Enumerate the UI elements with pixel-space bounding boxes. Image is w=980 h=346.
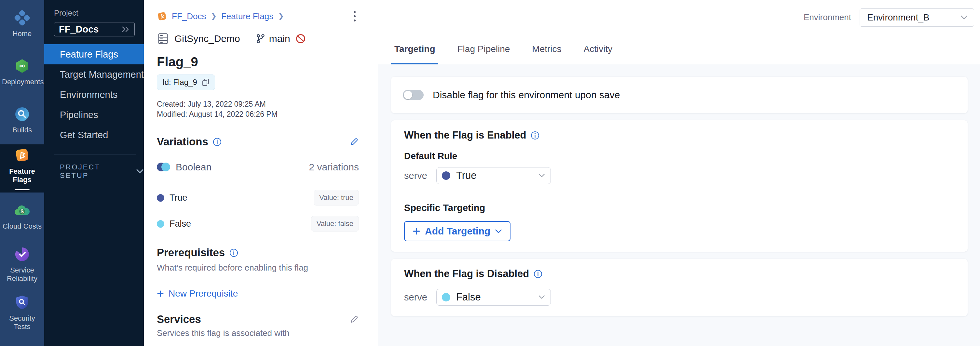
serve-label: serve bbox=[404, 170, 427, 181]
feature-flags-icon bbox=[14, 147, 30, 163]
tab-metrics[interactable]: Metrics bbox=[529, 35, 565, 64]
flag-disabled-title: When the Flag is Disabled bbox=[404, 268, 529, 280]
variation-false-dot bbox=[157, 220, 164, 228]
disabled-variation-select[interactable]: False bbox=[436, 289, 551, 306]
sidebar-item-feature-flags[interactable]: Feature Flags bbox=[44, 44, 144, 64]
tab-activity[interactable]: Activity bbox=[581, 35, 616, 64]
project-menu: Feature Flags Target Management Environm… bbox=[44, 44, 144, 145]
gitsync-repo-name[interactable]: GitSync_Demo bbox=[174, 33, 240, 44]
default-rule-serve-row: serve True bbox=[404, 167, 955, 184]
git-branch-icon bbox=[256, 34, 265, 44]
boolean-type-icon bbox=[157, 163, 170, 172]
project-sidebar: Project FF_Docs Feature Flags Target Man… bbox=[44, 0, 144, 346]
disable-flag-toggle-label: Disable flag for this environment upon s… bbox=[433, 89, 620, 100]
sidebar-item-get-started[interactable]: Get Started bbox=[44, 125, 144, 145]
double-chevron-icon bbox=[121, 26, 130, 33]
variation-value-badge: Value: false bbox=[311, 216, 359, 232]
serve-label: serve bbox=[404, 292, 427, 303]
targeting-tab-content: Disable flag for this environment upon s… bbox=[378, 64, 980, 346]
divider bbox=[248, 33, 248, 44]
flag-enabled-card: When the Flag is Enabled Default Rule se… bbox=[391, 120, 968, 252]
nav-item-builds[interactable]: Builds bbox=[0, 96, 44, 144]
disable-flag-toggle[interactable] bbox=[403, 90, 424, 100]
new-prerequisite-button[interactable]: New Prerequisite bbox=[157, 289, 238, 299]
project-label: Project bbox=[54, 8, 144, 17]
nav-label: Deployments bbox=[2, 78, 42, 86]
sidebar-item-target-management[interactable]: Target Management bbox=[44, 64, 144, 84]
variation-true-dot bbox=[442, 171, 450, 180]
nav-item-deployments[interactable]: ∞ Deployments bbox=[0, 48, 44, 96]
variation-true-dot bbox=[157, 194, 164, 202]
environment-select[interactable]: Environment_B bbox=[860, 8, 974, 27]
svg-text:$: $ bbox=[21, 208, 24, 214]
default-rule-variation-select[interactable]: True bbox=[436, 167, 551, 184]
selected-variation: True bbox=[456, 170, 538, 181]
nav-item-security-tests[interactable]: Security Tests bbox=[0, 289, 44, 337]
environment-label: Environment bbox=[803, 12, 851, 22]
nav-label: Home bbox=[2, 30, 42, 38]
nav-item-cloud-costs[interactable]: $ Cloud Costs bbox=[0, 192, 44, 241]
nav-item-home[interactable]: Home bbox=[0, 0, 44, 48]
divider bbox=[404, 194, 955, 194]
info-icon[interactable] bbox=[213, 138, 221, 146]
info-icon[interactable] bbox=[229, 248, 238, 257]
copy-icon[interactable] bbox=[202, 78, 210, 87]
nav-item-feature-flags[interactable]: Feature Flags bbox=[0, 144, 44, 192]
sidebar-item-environments[interactable]: Environments bbox=[44, 84, 144, 105]
variations-title: Variations bbox=[157, 136, 208, 148]
prerequisites-description: What’s required before enabling this fla… bbox=[157, 263, 359, 273]
new-prerequisite-label: New Prerequisite bbox=[169, 289, 238, 299]
project-setup-toggle[interactable]: PROJECT SETUP bbox=[44, 163, 144, 180]
home-icon bbox=[14, 10, 30, 26]
breadcrumb: FF_Docs ❯ Feature Flags ❯ bbox=[157, 11, 359, 21]
default-rule-label: Default Rule bbox=[404, 151, 955, 161]
variation-row-false: False Value: false bbox=[157, 215, 359, 232]
security-tests-icon bbox=[14, 295, 30, 310]
gitsync-row: GitSync_Demo main bbox=[157, 33, 359, 45]
nav-item-service-reliability[interactable]: Service Reliability bbox=[0, 241, 44, 289]
flag-id-badge[interactable]: Id: Flag_9 bbox=[157, 75, 215, 90]
info-icon[interactable] bbox=[531, 131, 539, 140]
nav-label: Cloud Costs bbox=[2, 222, 42, 230]
gitsync-branch-name[interactable]: main bbox=[269, 33, 290, 44]
module-nav-rail: Home ∞ Deployments Builds Feature Flags … bbox=[0, 0, 44, 346]
breadcrumb-project-link[interactable]: FF_Docs bbox=[172, 11, 206, 21]
chevron-down-icon bbox=[538, 173, 545, 178]
variation-value-badge: Value: true bbox=[313, 190, 359, 206]
flag-tabs: Targeting Flag Pipeline Metrics Activity bbox=[378, 35, 980, 64]
variation-false-dot bbox=[442, 293, 450, 302]
edit-services-pencil-icon[interactable] bbox=[349, 314, 359, 324]
edit-variations-pencil-icon[interactable] bbox=[349, 137, 359, 147]
flag-enabled-title: When the Flag is Enabled bbox=[404, 129, 526, 141]
tab-flag-pipeline[interactable]: Flag Pipeline bbox=[454, 35, 513, 64]
info-icon[interactable] bbox=[534, 270, 542, 278]
tab-targeting[interactable]: Targeting bbox=[391, 35, 438, 64]
project-selector[interactable]: FF_Docs bbox=[54, 22, 135, 37]
breadcrumb-feature-flags-link[interactable]: Feature Flags bbox=[221, 11, 273, 21]
add-targeting-button[interactable]: Add Targeting bbox=[404, 221, 511, 241]
services-title: Services bbox=[157, 313, 201, 325]
variation-name: True bbox=[170, 193, 188, 203]
flag-options-menu-button[interactable] bbox=[352, 10, 357, 23]
nav-label: Builds bbox=[2, 126, 42, 134]
sync-disabled-icon bbox=[296, 33, 306, 44]
specific-targeting-title: Specific Targeting bbox=[404, 203, 955, 213]
flag-disabled-card: When the Flag is Disabled serve False bbox=[391, 259, 968, 316]
plus-icon bbox=[412, 227, 420, 235]
service-reliability-icon bbox=[14, 246, 30, 262]
harness-flag-icon bbox=[157, 11, 167, 21]
prerequisites-title: Prerequisites bbox=[157, 246, 225, 259]
project-name: FF_Docs bbox=[59, 24, 99, 35]
sidebar-divider bbox=[54, 154, 136, 154]
svg-text:∞: ∞ bbox=[19, 61, 25, 70]
breadcrumb-separator: ❯ bbox=[210, 12, 216, 21]
variation-count: 2 variations bbox=[309, 162, 359, 173]
environment-selected-value: Environment_B bbox=[867, 12, 929, 23]
chevron-down-icon bbox=[538, 295, 545, 300]
chevron-down-icon bbox=[960, 15, 968, 20]
sidebar-item-pipelines[interactable]: Pipelines bbox=[44, 105, 144, 125]
environment-header: Environment Environment_B bbox=[378, 0, 980, 35]
flag-meta: Created: July 13, 2022 09:25 AM Modified… bbox=[157, 99, 359, 119]
nav-label: Feature Flags bbox=[2, 167, 42, 184]
plus-icon bbox=[157, 290, 164, 297]
